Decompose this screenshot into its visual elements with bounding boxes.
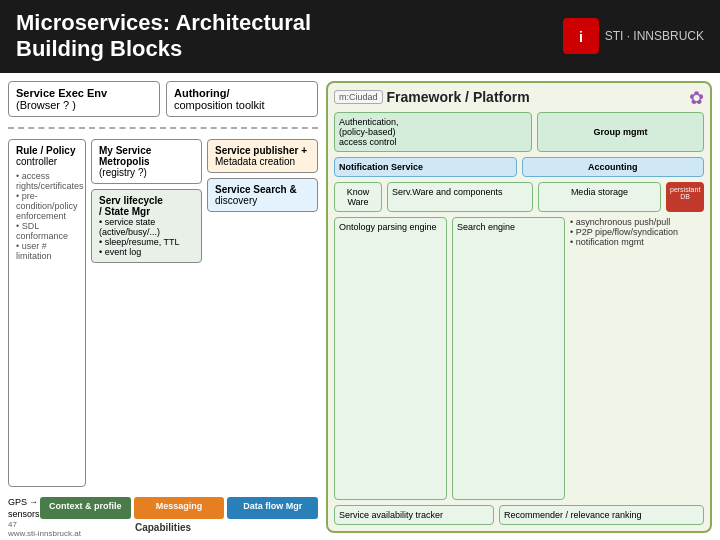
rule-policy-label: Rule / Policy <box>16 145 78 156</box>
page-header: Microservices: Architectural Building Bl… <box>0 0 720 73</box>
fw-async-bullets: asynchronous push/pull P2P pipe/flow/syn… <box>570 217 704 247</box>
fw-auth-label3: access control <box>339 137 527 147</box>
framework-header: m:Ciudad Framework / Platform ✿ <box>334 89 704 105</box>
fw-notification-label: Notification Service <box>339 162 423 172</box>
logo-text: STI · INNSBRUCK <box>605 29 704 43</box>
rule-policy-sublabel: controller <box>16 156 78 167</box>
fw-ontology-label: Ontology parsing engine <box>339 222 437 232</box>
fw-recommender-label: Recommender / relevance ranking <box>504 510 642 520</box>
framework-title: Framework / Platform <box>387 89 530 105</box>
service-exec-label: Service Exec Env <box>16 87 152 99</box>
mciudad-badge: m:Ciudad <box>334 90 383 104</box>
async-bullet-1: asynchronous push/pull <box>570 217 704 227</box>
sti-logo-icon: i <box>563 18 599 54</box>
framework-panel: m:Ciudad Framework / Platform ✿ Authenti… <box>326 81 712 533</box>
right-col: Service publisher + Metadata creation Se… <box>207 139 318 487</box>
detail-2: • pre-condition/policy enforcement <box>16 191 78 221</box>
bullet-1: service state (active/busy/...) <box>99 217 194 237</box>
metropolis-sublabel: (registry ?) <box>99 167 194 178</box>
fw-servware-box: Serv.Ware and components <box>387 182 533 212</box>
gps-sensors-col: GPS → sensors → <box>8 497 36 519</box>
fw-notification-box: Notification Service <box>334 157 517 177</box>
sensors-row: sensors → <box>8 509 36 519</box>
caps-boxes: Context & profile Messaging Data flow Mg… <box>40 497 318 519</box>
fw-group-mgmt-box: Group mgmt <box>537 112 704 152</box>
fw-media-label: Media storage <box>571 187 628 197</box>
authoring-sublabel: composition toolkit <box>174 99 310 111</box>
dashed-separator <box>8 127 318 129</box>
fw-bottom-row: Ontology parsing engine Search engine as… <box>334 217 704 500</box>
async-bullet-3: notification mgmt <box>570 237 704 247</box>
fw-async-info: asynchronous push/pull P2P pipe/flow/syn… <box>570 217 704 500</box>
center-col: My Service Metropolis (registry ?) Serv … <box>91 139 202 487</box>
serv-lifecycle-bullets: service state (active/busy/...) sleep/re… <box>99 217 194 257</box>
logo: i STI · INNSBRUCK <box>563 18 704 54</box>
fw-accounting-label: Accounting <box>588 162 638 172</box>
publisher-label: Service publisher + <box>215 145 310 156</box>
page-footer: 47 www.sti-innsbruck.at <box>8 520 81 538</box>
serv-lifecycle-title: Serv lifecycle <box>99 195 194 206</box>
service-exec-sublabel: (Browser ? ) <box>16 99 152 111</box>
fw-auth-label: Authentication, <box>339 117 527 127</box>
serv-lifecycle-subtitle: / State Mgr <box>99 206 194 217</box>
fw-last-row: Service availability tracker Recommender… <box>334 505 704 525</box>
sensors-label: sensors <box>8 509 40 519</box>
detail-1: • access rights/certificates <box>16 171 78 191</box>
authoring-label: Authoring/ <box>174 87 310 99</box>
fw-knowware-box: Know Ware <box>334 182 382 212</box>
fw-db-label2: DB <box>670 193 700 200</box>
publisher-box: Service publisher + Metadata creation <box>207 139 318 173</box>
fw-top-row: Authentication, (policy-based) access co… <box>334 112 704 152</box>
fw-auth-label2: (policy-based) <box>339 127 527 137</box>
detail-3: • SDL conformance <box>16 221 78 241</box>
svg-text:i: i <box>579 29 583 45</box>
search-label: Service Search & <box>215 184 310 195</box>
fw-ontology-box: Ontology parsing engine <box>334 217 447 500</box>
fw-db-label: persistant <box>670 186 700 193</box>
service-exec-env-box: Service Exec Env (Browser ? ) <box>8 81 160 117</box>
fw-recommender-box: Recommender / relevance ranking <box>499 505 704 525</box>
fw-mid-row: Notification Service Accounting <box>334 157 704 177</box>
fw-availability-box: Service availability tracker <box>334 505 494 525</box>
main-content: Service Exec Env (Browser ? ) Authoring/… <box>0 73 720 540</box>
fw-auth-box: Authentication, (policy-based) access co… <box>334 112 532 152</box>
title-line1: Microservices: Architectural <box>16 10 311 36</box>
metropolis-label: My Service Metropolis <box>99 145 194 167</box>
footer-url: www.sti-innsbruck.at <box>8 529 81 538</box>
rule-policy-box: Rule / Policy controller • access rights… <box>8 139 86 487</box>
bullet-3: event log <box>99 247 194 257</box>
header-title: Microservices: Architectural Building Bl… <box>16 10 311 63</box>
search-box: Service Search & discovery <box>207 178 318 212</box>
footer-page: 47 <box>8 520 17 529</box>
async-bullet-2: P2P pipe/flow/syndication <box>570 227 704 237</box>
fw-group-mgmt-label: Group mgmt <box>594 127 648 137</box>
dataflow-cap-box: Data flow Mgr <box>227 497 318 519</box>
top-boxes-row: Service Exec Env (Browser ? ) Authoring/… <box>8 81 318 117</box>
fw-servware-label: Serv.Ware and components <box>392 187 503 197</box>
gps-label: GPS <box>8 497 27 507</box>
fw-media-box: Media storage <box>538 182 661 212</box>
publisher-sublabel: Metadata creation <box>215 156 310 167</box>
flower-icon: ✿ <box>689 87 704 109</box>
detail-4: • user # limitation <box>16 241 78 261</box>
fw-knowware-label: Know Ware <box>347 187 370 207</box>
messaging-cap-box: Messaging <box>134 497 225 519</box>
authoring-box: Authoring/ composition toolkit <box>166 81 318 117</box>
search-sublabel: discovery <box>215 195 310 206</box>
fw-availability-label: Service availability tracker <box>339 510 443 520</box>
capabilities-inner: GPS → sensors → Context & profile Messag… <box>8 497 318 519</box>
gps-row: GPS → <box>8 497 36 507</box>
bullet-2: sleep/resume, TTL <box>99 237 194 247</box>
fw-accounting-box: Accounting <box>522 157 705 177</box>
middle-row: Rule / Policy controller • access rights… <box>8 139 318 487</box>
rule-policy-details: • access rights/certificates • pre-condi… <box>16 171 78 261</box>
fw-db-box: persistant DB <box>666 182 704 212</box>
title-line2: Building Blocks <box>16 36 311 62</box>
left-panel: Service Exec Env (Browser ? ) Authoring/… <box>8 81 318 533</box>
fw-search-engine-box: Search engine <box>452 217 565 500</box>
context-cap-box: Context & profile <box>40 497 131 519</box>
fw-search-engine-label: Search engine <box>457 222 515 232</box>
serv-lifecycle-box: Serv lifecycle / State Mgr service state… <box>91 189 202 263</box>
fw-know-row: Know Ware Serv.Ware and components Media… <box>334 182 704 212</box>
metropolis-box: My Service Metropolis (registry ?) <box>91 139 202 184</box>
